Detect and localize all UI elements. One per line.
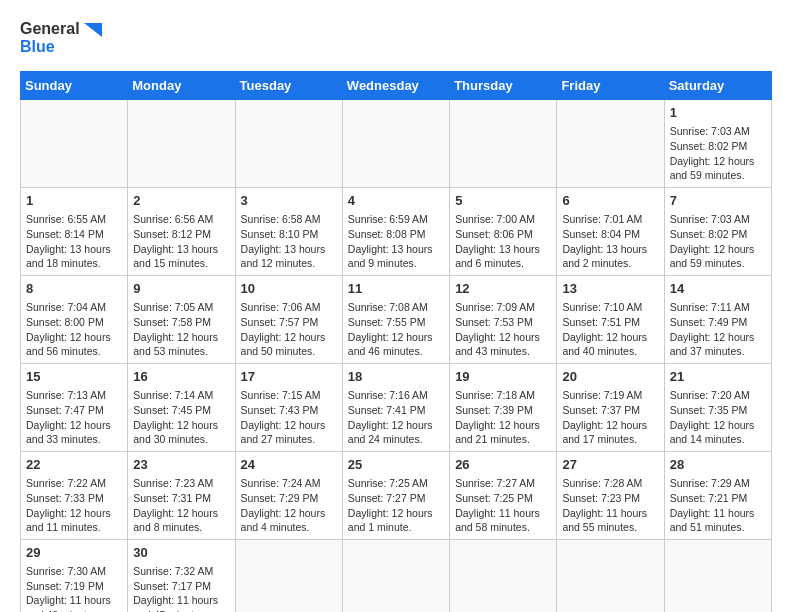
calendar-header-row: SundayMondayTuesdayWednesdayThursdayFrid… bbox=[21, 72, 772, 100]
day-of-week-header: Sunday bbox=[21, 72, 128, 100]
calendar-day-cell: 28Sunrise: 7:29 AMSunset: 7:21 PMDayligh… bbox=[664, 451, 771, 539]
day-number: 22 bbox=[26, 456, 122, 474]
calendar-day-cell: 1Sunrise: 6:55 AMSunset: 8:14 PMDaylight… bbox=[21, 188, 128, 276]
day-number: 27 bbox=[562, 456, 658, 474]
day-number: 3 bbox=[241, 192, 337, 210]
day-detail: Sunrise: 7:08 AMSunset: 7:55 PMDaylight:… bbox=[348, 300, 444, 359]
day-number: 29 bbox=[26, 544, 122, 562]
day-detail: Sunrise: 6:56 AMSunset: 8:12 PMDaylight:… bbox=[133, 212, 229, 271]
day-detail: Sunrise: 7:16 AMSunset: 7:41 PMDaylight:… bbox=[348, 388, 444, 447]
day-detail: Sunrise: 7:29 AMSunset: 7:21 PMDaylight:… bbox=[670, 476, 766, 535]
day-number: 28 bbox=[670, 456, 766, 474]
calendar-day-cell: 5Sunrise: 7:00 AMSunset: 8:06 PMDaylight… bbox=[450, 188, 557, 276]
calendar-day-cell bbox=[342, 539, 449, 612]
calendar-day-cell: 13Sunrise: 7:10 AMSunset: 7:51 PMDayligh… bbox=[557, 276, 664, 364]
svg-marker-0 bbox=[84, 23, 102, 37]
calendar-day-cell: 4Sunrise: 6:59 AMSunset: 8:08 PMDaylight… bbox=[342, 188, 449, 276]
day-number: 19 bbox=[455, 368, 551, 386]
calendar-day-cell: 24Sunrise: 7:24 AMSunset: 7:29 PMDayligh… bbox=[235, 451, 342, 539]
calendar-day-cell: 6Sunrise: 7:01 AMSunset: 8:04 PMDaylight… bbox=[557, 188, 664, 276]
day-detail: Sunrise: 7:30 AMSunset: 7:19 PMDaylight:… bbox=[26, 564, 122, 612]
day-number: 15 bbox=[26, 368, 122, 386]
day-detail: Sunrise: 6:58 AMSunset: 8:10 PMDaylight:… bbox=[241, 212, 337, 271]
day-number: 1 bbox=[670, 104, 766, 122]
calendar-day-cell: 8Sunrise: 7:04 AMSunset: 8:00 PMDaylight… bbox=[21, 276, 128, 364]
day-of-week-header: Tuesday bbox=[235, 72, 342, 100]
day-detail: Sunrise: 7:15 AMSunset: 7:43 PMDaylight:… bbox=[241, 388, 337, 447]
day-detail: Sunrise: 7:10 AMSunset: 7:51 PMDaylight:… bbox=[562, 300, 658, 359]
calendar-day-cell: 3Sunrise: 6:58 AMSunset: 8:10 PMDaylight… bbox=[235, 188, 342, 276]
day-of-week-header: Saturday bbox=[664, 72, 771, 100]
day-of-week-header: Monday bbox=[128, 72, 235, 100]
day-number: 6 bbox=[562, 192, 658, 210]
day-number: 21 bbox=[670, 368, 766, 386]
day-detail: Sunrise: 7:25 AMSunset: 7:27 PMDaylight:… bbox=[348, 476, 444, 535]
calendar-day-cell: 15Sunrise: 7:13 AMSunset: 7:47 PMDayligh… bbox=[21, 364, 128, 452]
day-number: 24 bbox=[241, 456, 337, 474]
calendar-day-cell: 7Sunrise: 7:03 AMSunset: 8:02 PMDaylight… bbox=[664, 188, 771, 276]
day-number: 12 bbox=[455, 280, 551, 298]
day-number: 5 bbox=[455, 192, 551, 210]
day-detail: Sunrise: 7:06 AMSunset: 7:57 PMDaylight:… bbox=[241, 300, 337, 359]
logo-blue: Blue bbox=[20, 38, 102, 56]
day-detail: Sunrise: 7:00 AMSunset: 8:06 PMDaylight:… bbox=[455, 212, 551, 271]
day-number: 25 bbox=[348, 456, 444, 474]
calendar-day-cell: 10Sunrise: 7:06 AMSunset: 7:57 PMDayligh… bbox=[235, 276, 342, 364]
calendar-day-cell bbox=[235, 539, 342, 612]
calendar-day-cell: 11Sunrise: 7:08 AMSunset: 7:55 PMDayligh… bbox=[342, 276, 449, 364]
calendar-day-cell bbox=[450, 100, 557, 188]
logo: General Blue bbox=[20, 20, 102, 55]
day-detail: Sunrise: 7:03 AMSunset: 8:02 PMDaylight:… bbox=[670, 124, 766, 183]
calendar-day-cell: 26Sunrise: 7:27 AMSunset: 7:25 PMDayligh… bbox=[450, 451, 557, 539]
day-detail: Sunrise: 7:03 AMSunset: 8:02 PMDaylight:… bbox=[670, 212, 766, 271]
day-detail: Sunrise: 6:55 AMSunset: 8:14 PMDaylight:… bbox=[26, 212, 122, 271]
day-detail: Sunrise: 7:28 AMSunset: 7:23 PMDaylight:… bbox=[562, 476, 658, 535]
day-detail: Sunrise: 7:01 AMSunset: 8:04 PMDaylight:… bbox=[562, 212, 658, 271]
calendar-day-cell: 14Sunrise: 7:11 AMSunset: 7:49 PMDayligh… bbox=[664, 276, 771, 364]
day-number: 18 bbox=[348, 368, 444, 386]
calendar-day-cell: 1Sunrise: 7:03 AMSunset: 8:02 PMDaylight… bbox=[664, 100, 771, 188]
calendar-day-cell: 16Sunrise: 7:14 AMSunset: 7:45 PMDayligh… bbox=[128, 364, 235, 452]
page-header: General Blue bbox=[20, 20, 772, 55]
calendar-week-row: 1Sunrise: 6:55 AMSunset: 8:14 PMDaylight… bbox=[21, 188, 772, 276]
calendar-day-cell: 21Sunrise: 7:20 AMSunset: 7:35 PMDayligh… bbox=[664, 364, 771, 452]
day-number: 1 bbox=[26, 192, 122, 210]
calendar-day-cell: 30Sunrise: 7:32 AMSunset: 7:17 PMDayligh… bbox=[128, 539, 235, 612]
day-number: 11 bbox=[348, 280, 444, 298]
calendar-day-cell: 19Sunrise: 7:18 AMSunset: 7:39 PMDayligh… bbox=[450, 364, 557, 452]
calendar-day-cell: 2Sunrise: 6:56 AMSunset: 8:12 PMDaylight… bbox=[128, 188, 235, 276]
calendar-day-cell: 25Sunrise: 7:25 AMSunset: 7:27 PMDayligh… bbox=[342, 451, 449, 539]
day-detail: Sunrise: 7:04 AMSunset: 8:00 PMDaylight:… bbox=[26, 300, 122, 359]
calendar-day-cell: 9Sunrise: 7:05 AMSunset: 7:58 PMDaylight… bbox=[128, 276, 235, 364]
day-number: 23 bbox=[133, 456, 229, 474]
calendar-day-cell bbox=[557, 100, 664, 188]
calendar-week-row: 1Sunrise: 7:03 AMSunset: 8:02 PMDaylight… bbox=[21, 100, 772, 188]
calendar-day-cell bbox=[235, 100, 342, 188]
day-of-week-header: Wednesday bbox=[342, 72, 449, 100]
day-detail: Sunrise: 7:05 AMSunset: 7:58 PMDaylight:… bbox=[133, 300, 229, 359]
calendar-day-cell bbox=[557, 539, 664, 612]
calendar-week-row: 29Sunrise: 7:30 AMSunset: 7:19 PMDayligh… bbox=[21, 539, 772, 612]
day-number: 10 bbox=[241, 280, 337, 298]
calendar-week-row: 8Sunrise: 7:04 AMSunset: 8:00 PMDaylight… bbox=[21, 276, 772, 364]
day-number: 30 bbox=[133, 544, 229, 562]
day-detail: Sunrise: 7:24 AMSunset: 7:29 PMDaylight:… bbox=[241, 476, 337, 535]
day-detail: Sunrise: 7:11 AMSunset: 7:49 PMDaylight:… bbox=[670, 300, 766, 359]
day-number: 2 bbox=[133, 192, 229, 210]
logo-general: General bbox=[20, 20, 102, 38]
day-detail: Sunrise: 7:32 AMSunset: 7:17 PMDaylight:… bbox=[133, 564, 229, 612]
calendar-week-row: 15Sunrise: 7:13 AMSunset: 7:47 PMDayligh… bbox=[21, 364, 772, 452]
day-of-week-header: Friday bbox=[557, 72, 664, 100]
calendar-body: 1Sunrise: 7:03 AMSunset: 8:02 PMDaylight… bbox=[21, 100, 772, 612]
day-of-week-header: Thursday bbox=[450, 72, 557, 100]
calendar-day-cell bbox=[128, 100, 235, 188]
day-number: 4 bbox=[348, 192, 444, 210]
calendar-day-cell bbox=[342, 100, 449, 188]
day-number: 26 bbox=[455, 456, 551, 474]
calendar-day-cell: 17Sunrise: 7:15 AMSunset: 7:43 PMDayligh… bbox=[235, 364, 342, 452]
day-number: 8 bbox=[26, 280, 122, 298]
day-number: 14 bbox=[670, 280, 766, 298]
calendar-day-cell: 29Sunrise: 7:30 AMSunset: 7:19 PMDayligh… bbox=[21, 539, 128, 612]
day-detail: Sunrise: 7:13 AMSunset: 7:47 PMDaylight:… bbox=[26, 388, 122, 447]
calendar-day-cell: 20Sunrise: 7:19 AMSunset: 7:37 PMDayligh… bbox=[557, 364, 664, 452]
